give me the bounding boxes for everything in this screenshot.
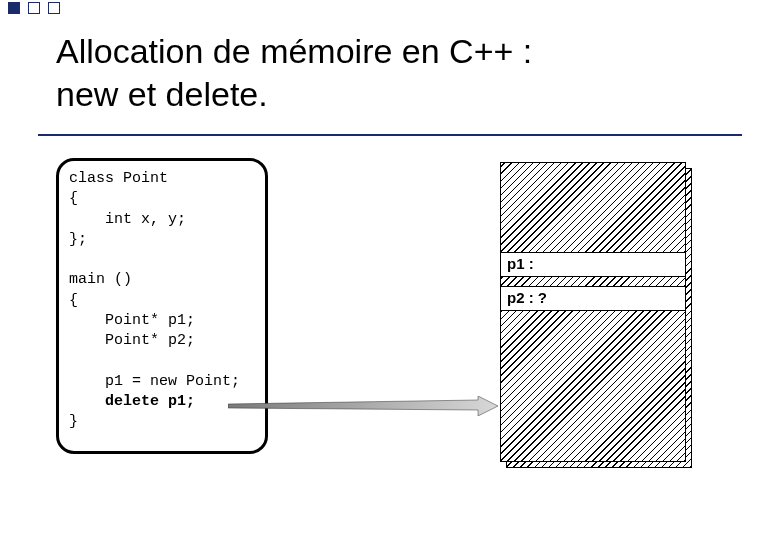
- title-line1: Allocation de mémoire en C++ :: [56, 32, 532, 70]
- mem-cell-p2: p2 : ?: [501, 287, 685, 311]
- mem-region-hatched: [501, 277, 685, 287]
- keyword-delete: delete p1;: [105, 393, 195, 410]
- code-line: };: [69, 231, 87, 248]
- code-line: main (): [69, 271, 132, 288]
- memory-diagram: p1 : p2 : ?: [500, 162, 686, 462]
- slide-bullet-decor: [8, 2, 60, 14]
- arrow-icon: [228, 396, 498, 416]
- mem-region-hatched: [501, 163, 685, 253]
- title-line2: new et delete.: [56, 75, 268, 113]
- bullet-icon: [8, 2, 20, 14]
- code-line: int x, y;: [69, 211, 186, 228]
- mem-region-hatched: [501, 311, 685, 461]
- code-line: {: [69, 190, 78, 207]
- code-line: {: [69, 292, 78, 309]
- mem-cell-p1: p1 :: [501, 253, 685, 277]
- code-line: delete p1;: [69, 393, 195, 410]
- code-line: class Point: [69, 170, 168, 187]
- svg-marker-0: [228, 396, 498, 416]
- title-underline: [38, 134, 742, 136]
- slide-title: Allocation de mémoire en C++ : new et de…: [56, 30, 532, 115]
- code-line: Point* p2;: [69, 332, 195, 349]
- code-line: }: [69, 413, 78, 430]
- code-line: p1 = new Point;: [69, 373, 240, 390]
- bullet-icon: [48, 2, 60, 14]
- code-line: Point* p1;: [69, 312, 195, 329]
- bullet-icon: [28, 2, 40, 14]
- memory-front: p1 : p2 : ?: [500, 162, 686, 462]
